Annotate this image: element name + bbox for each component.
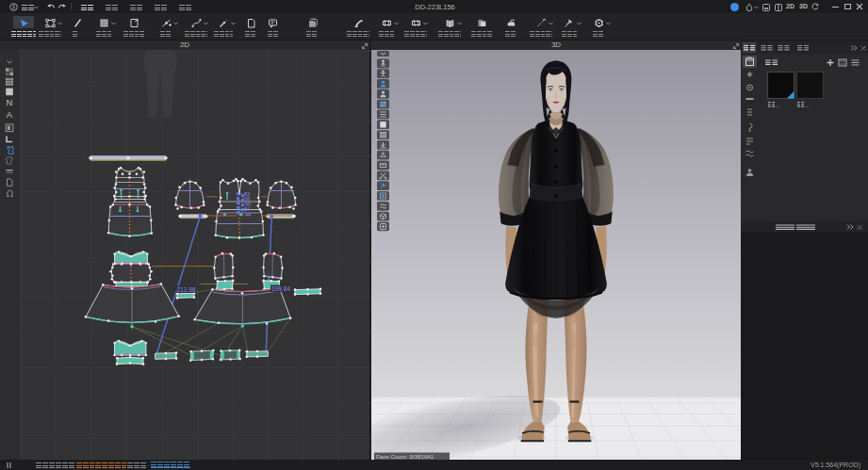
- svg-text:A: A: [7, 109, 13, 120]
- svg-text:...: ...: [776, 103, 780, 108]
- svg-text:199.84: 199.84: [271, 285, 290, 292]
- svg-text:44: 44: [245, 212, 251, 218]
- svg-text:N: N: [7, 97, 13, 107]
- svg-text:...: ...: [805, 103, 810, 108]
- svg-text:212.88: 212.88: [177, 286, 196, 293]
- svg-text:Face Count: 0/381641: Face Count: 0/381641: [376, 453, 434, 460]
